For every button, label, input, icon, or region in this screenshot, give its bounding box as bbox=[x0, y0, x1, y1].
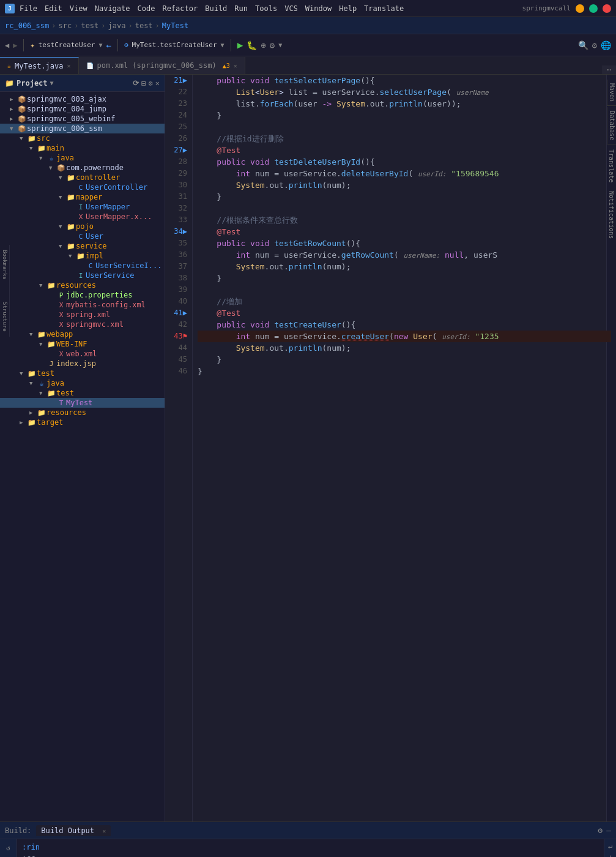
tree-item-usermapper-xml[interactable]: X UserMapper.x... bbox=[0, 212, 165, 222]
tree-item-java[interactable]: ▼ ☕ java bbox=[0, 153, 165, 163]
tab-pom-xml[interactable]: 📄 pom.xml (springmvc_006_ssm) ▲3 ✕ bbox=[79, 57, 245, 74]
tree-item-controller[interactable]: ▼ 📁 controller bbox=[0, 173, 165, 182]
back-button[interactable]: ◀ bbox=[5, 41, 9, 50]
tree-item-web-xml[interactable]: X web.xml bbox=[0, 349, 165, 359]
tree-item-003[interactable]: ▶ 📦 springmvc_003_ajax bbox=[0, 94, 165, 104]
tree-item-impl[interactable]: ▼ 📁 impl bbox=[0, 251, 165, 261]
jsp-icon: J bbox=[46, 360, 56, 368]
build-scroll-end-icon[interactable]: ↓ bbox=[608, 853, 612, 857]
tree-item-mybatis-xml[interactable]: X mybatis-config.xml bbox=[0, 300, 165, 310]
menu-run[interactable]: Run bbox=[234, 4, 248, 13]
tree-item-webinf[interactable]: ▼ 📁 WEB-INF bbox=[0, 339, 165, 349]
tab-pom-label: pom.xml (springmvc_006_ssm) bbox=[97, 61, 217, 70]
structure-tab[interactable]: Structure bbox=[1, 297, 9, 337]
menu-build[interactable]: Build bbox=[205, 4, 227, 13]
profile-button[interactable]: ⚙ bbox=[270, 40, 275, 50]
nav-item-src[interactable]: src bbox=[58, 21, 72, 30]
menu-translate[interactable]: Translate bbox=[364, 4, 404, 13]
code-line-29: int num = userService.deleteUserById( us… bbox=[198, 168, 611, 179]
search-icon[interactable]: 🔍 bbox=[578, 40, 588, 50]
interface-icon: I bbox=[76, 272, 86, 280]
nav-item-java[interactable]: java bbox=[108, 21, 126, 30]
tree-item-pojo[interactable]: ▼ 📁 pojo bbox=[0, 222, 165, 231]
tree-item-userservice[interactable]: I UserService bbox=[0, 271, 165, 280]
close-button[interactable] bbox=[603, 4, 611, 13]
main-layout: 📁 Project ▼ ⟳ ⊟ ⚙ ✕ ▶ 📦 springmvc_003_aj… bbox=[0, 75, 616, 821]
tree-item-src[interactable]: ▼ 📁 src bbox=[0, 133, 165, 143]
tab-mytest-close[interactable]: ✕ bbox=[67, 62, 71, 69]
sync-icon[interactable]: ⟳ bbox=[133, 79, 139, 88]
bookmarks-tab[interactable]: Bookmarks bbox=[1, 245, 9, 285]
notifications-icon[interactable]: 🌐 bbox=[601, 40, 611, 50]
menu-file[interactable]: File bbox=[20, 4, 37, 13]
sidebar-settings-icon[interactable]: ⚙ bbox=[149, 79, 153, 88]
maximize-button[interactable] bbox=[589, 4, 598, 13]
nav-item-project[interactable]: rc_006_ssm bbox=[5, 21, 49, 30]
tree-item-springmvc-xml[interactable]: X springmvc.xml bbox=[0, 320, 165, 329]
nav-arrow-icon[interactable]: ← bbox=[106, 40, 111, 50]
tab-mytest-java[interactable]: ☕ MyTest.java ✕ bbox=[0, 57, 79, 74]
tree-item-service[interactable]: ▼ 📁 service bbox=[0, 241, 165, 251]
run-button[interactable]: ▶ bbox=[237, 39, 243, 51]
tree-item-usermapper[interactable]: I UserMapper bbox=[0, 202, 165, 212]
code-line-32 bbox=[198, 203, 611, 214]
menu-vcs[interactable]: VCS bbox=[284, 4, 298, 13]
menu-help[interactable]: Help bbox=[339, 4, 357, 13]
build-output-area[interactable]: :rin :cc ):\springmvcall\springmvc_006_s… bbox=[17, 839, 604, 857]
tree-item-006[interactable]: ▼ 📦 springmvc_006_ssm bbox=[0, 124, 165, 133]
nav-item-test2[interactable]: test bbox=[135, 21, 153, 30]
tree-item-userserviceimpl[interactable]: C UserServiceI... bbox=[0, 261, 165, 271]
tree-item-resources[interactable]: ▼ 📁 resources bbox=[0, 280, 165, 290]
menu-navigate[interactable]: Navigate bbox=[95, 4, 130, 13]
tree-item-package[interactable]: ▼ 📦 com.powernode bbox=[0, 163, 165, 173]
tab-pom-close[interactable]: ✕ bbox=[234, 62, 237, 69]
build-minimize-icon[interactable]: — bbox=[606, 826, 611, 835]
collapse-icon[interactable]: ⊟ bbox=[141, 79, 146, 88]
more-button[interactable]: ▼ bbox=[278, 42, 282, 48]
minimize-button[interactable] bbox=[576, 4, 584, 13]
debug-button[interactable]: 🐛 bbox=[247, 40, 257, 50]
tree-item-test-java[interactable]: ▼ ☕ java bbox=[0, 378, 165, 388]
coverage-button[interactable]: ⊕ bbox=[261, 40, 265, 50]
tree-item-index-jsp[interactable]: J index.jsp bbox=[0, 359, 165, 369]
build-output-tab[interactable]: Build Output ✕ bbox=[36, 825, 111, 836]
tree-item-test-pkg[interactable]: ▼ 📁 test bbox=[0, 388, 165, 398]
tree-item-target[interactable]: ▶ 📁 target bbox=[0, 417, 165, 427]
menu-view[interactable]: View bbox=[70, 4, 87, 13]
build-settings-icon[interactable]: ⚙ bbox=[598, 826, 603, 835]
nav-item-test[interactable]: test bbox=[81, 21, 98, 30]
build-tab-close[interactable]: ✕ bbox=[102, 828, 106, 834]
menu-code[interactable]: Code bbox=[138, 4, 155, 13]
run-config-dropdown[interactable]: ▼ bbox=[221, 42, 225, 48]
sidebar-dropdown[interactable]: ▼ bbox=[50, 80, 54, 86]
code-lines[interactable]: public void testSelectUserPage(){ List<U… bbox=[193, 75, 616, 821]
tree-item-webapp[interactable]: ▼ 📁 webapp bbox=[0, 329, 165, 339]
tree-item-test-resources[interactable]: ▶ 📁 resources bbox=[0, 408, 165, 417]
tree-item-jdbc-props[interactable]: P jdbc.properties bbox=[0, 290, 165, 300]
tree-item-usercontroller[interactable]: C UserController bbox=[0, 182, 165, 192]
menu-window[interactable]: Window bbox=[305, 4, 332, 13]
menu-edit[interactable]: Edit bbox=[45, 4, 62, 13]
sidebar-close-icon[interactable]: ✕ bbox=[155, 79, 160, 88]
forward-button[interactable]: ▶ bbox=[13, 41, 17, 50]
tree-item-mytest[interactable]: T MyTest bbox=[0, 398, 165, 408]
tree-item-test-folder[interactable]: ▼ 📁 test bbox=[0, 369, 165, 378]
menu-tools[interactable]: Tools bbox=[255, 4, 277, 13]
rerun-button[interactable]: ↺ bbox=[2, 842, 15, 854]
run-toolbar: ◀ ▶ ✦ testCreateUser ▼ ← ⚙ MyTest.testCr… bbox=[0, 34, 616, 56]
tree-item-mapper[interactable]: ▼ 📁 mapper bbox=[0, 192, 165, 202]
tree-item-main[interactable]: ▼ 📁 main bbox=[0, 143, 165, 153]
settings-icon[interactable]: ⚙ bbox=[592, 40, 597, 50]
run-config-arrow[interactable]: ▼ bbox=[98, 42, 102, 48]
tree-item-005[interactable]: ▶ 📦 springmvc_005_webinf bbox=[0, 114, 165, 124]
menu-refactor[interactable]: Refactor bbox=[162, 4, 198, 13]
menu-bar[interactable]: File Edit View Navigate Code Refactor Bu… bbox=[20, 4, 404, 13]
tree-item-user[interactable]: C User bbox=[0, 231, 165, 241]
code-line-30: System.out.println(num); bbox=[198, 179, 611, 191]
tab-options-button[interactable]: ⋯ bbox=[602, 65, 616, 74]
run-config-name: testCreateUser bbox=[39, 41, 95, 49]
nav-item-mytest[interactable]: MyTest bbox=[162, 21, 188, 30]
build-wrap-icon[interactable]: ↵ bbox=[608, 842, 612, 850]
tree-item-spring-xml[interactable]: X spring.xml bbox=[0, 310, 165, 320]
tree-item-004[interactable]: ▶ 📦 springmvc_004_jump bbox=[0, 104, 165, 114]
